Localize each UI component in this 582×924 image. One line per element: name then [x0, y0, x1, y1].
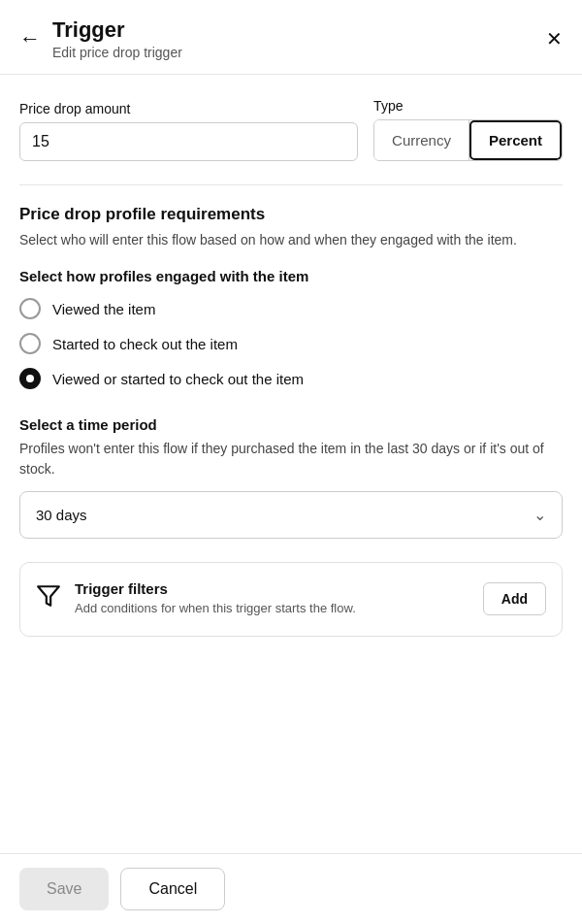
radio-label-viewed: Viewed the item — [52, 301, 155, 317]
amount-field-group: Price drop amount — [19, 101, 358, 161]
profile-requirements-description: Select who will enter this flow based on… — [19, 230, 563, 250]
add-filter-button[interactable]: Add — [483, 582, 546, 615]
radio-circle-checkout — [19, 333, 41, 354]
profile-requirements-section: Price drop profile requirements Select w… — [19, 205, 563, 389]
filter-icon — [36, 583, 61, 614]
time-period-description: Profiles won't enter this flow if they p… — [19, 439, 563, 479]
amount-label: Price drop amount — [19, 101, 358, 116]
filter-title: Trigger filters — [75, 580, 469, 597]
filter-text: Trigger filters Add conditions for when … — [75, 580, 469, 617]
save-button[interactable]: Save — [19, 868, 109, 910]
radio-circle-viewed — [19, 298, 41, 319]
time-period-dropdown[interactable]: 30 days ⌄ — [19, 491, 563, 539]
engagement-radio-group: Viewed the item Started to check out the… — [19, 298, 563, 389]
time-period-heading: Select a time period — [19, 416, 563, 433]
svg-marker-0 — [38, 587, 59, 607]
cancel-button[interactable]: Cancel — [120, 868, 225, 910]
back-button[interactable]: ← — [19, 28, 41, 50]
percent-toggle-button[interactable]: Percent — [469, 120, 562, 160]
profile-requirements-heading: Price drop profile requirements — [19, 205, 563, 224]
header-title: Trigger — [52, 17, 546, 43]
type-field-group: Type Currency Percent — [373, 98, 563, 161]
engagement-sub-heading: Select how profiles engaged with the ite… — [19, 268, 563, 284]
radio-label-viewed-or-checkout: Viewed or started to check out the item — [52, 371, 304, 387]
currency-toggle-button[interactable]: Currency — [374, 120, 469, 160]
header-text: Trigger Edit price drop trigger — [52, 17, 546, 60]
radio-label-checkout: Started to check out the item — [52, 336, 238, 352]
type-toggle: Currency Percent — [373, 119, 563, 161]
type-label: Type — [373, 98, 563, 114]
radio-option-viewed[interactable]: Viewed the item — [19, 298, 563, 319]
header: ← Trigger Edit price drop trigger ✕ — [0, 0, 582, 75]
filter-description: Add conditions for when this trigger sta… — [75, 600, 469, 617]
radio-option-viewed-or-checkout[interactable]: Viewed or started to check out the item — [19, 368, 563, 389]
radio-option-checkout[interactable]: Started to check out the item — [19, 333, 563, 354]
radio-circle-viewed-or-checkout — [19, 368, 41, 389]
time-period-section: Select a time period Profiles won't ente… — [19, 416, 563, 539]
chevron-down-icon: ⌄ — [534, 506, 546, 524]
amount-input[interactable] — [19, 122, 358, 161]
main-content: Price drop amount Type Currency Percent … — [0, 75, 582, 737]
header-subtitle: Edit price drop trigger — [52, 45, 546, 60]
divider-1 — [19, 184, 563, 185]
time-period-value: 30 days — [36, 507, 87, 523]
close-button[interactable]: ✕ — [546, 27, 563, 50]
bottom-bar: Save Cancel — [0, 853, 582, 924]
trigger-filters-card: Trigger filters Add conditions for when … — [19, 562, 563, 636]
price-drop-row: Price drop amount Type Currency Percent — [19, 98, 563, 161]
